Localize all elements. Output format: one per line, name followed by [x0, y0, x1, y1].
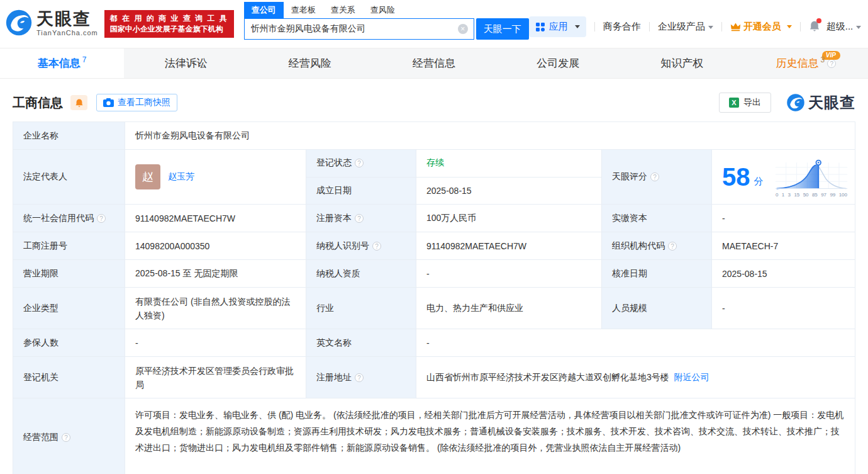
address-text: 山西省忻州市原平经济技术开发区跨越大道双创孵化基地3号楼 — [426, 372, 669, 383]
tab-label: 公司发展 — [537, 56, 579, 71]
section-header: 工商信息 查看工商快照 X 导出 天眼查 — [13, 79, 855, 121]
label-text: 企业名称 — [23, 130, 58, 142]
export-label: 导出 — [743, 97, 761, 108]
industry-value: 电力、热力生产和供应业 — [416, 288, 601, 329]
notification-bell-button[interactable] — [809, 20, 820, 34]
chevron-down-icon — [787, 25, 792, 28]
chart-axis-ticks: 0131550859799100 — [774, 192, 849, 198]
tab-label: 经营风险 — [289, 56, 331, 71]
help-icon[interactable]: ? — [355, 214, 364, 223]
reg-capital-value: 100万人民币 — [416, 205, 601, 232]
search-tab-relation[interactable]: 查关系 — [323, 2, 363, 18]
uscc-label: 统一社会信用代码? — [13, 205, 125, 232]
taxpayer-qual-value: - — [416, 260, 601, 287]
industry-label: 行业 — [306, 288, 416, 329]
label-text: 核准日期 — [612, 268, 647, 279]
help-icon[interactable]: ? — [372, 242, 381, 251]
help-icon[interactable]: ? — [355, 373, 364, 382]
section-tabbar: 基本信息7 法律诉讼 经营风险 经营信息 公司发展 知识产权 VIP 历史信息3… — [0, 48, 868, 79]
search-row: × 天眼一下 — [244, 18, 529, 40]
table-subrow: 成立日期 2025-08-15 — [306, 178, 601, 205]
search-button[interactable]: 天眼一下 — [476, 18, 529, 40]
org-code-value: MAETAECH-7 — [711, 232, 855, 259]
label-text: 实缴资本 — [612, 213, 647, 224]
excel-icon: X — [729, 98, 739, 108]
tab-intellectual-property[interactable]: 知识产权 — [620, 48, 744, 78]
label-text: 行业 — [316, 303, 334, 314]
apps-menu-button[interactable]: 应用 — [529, 16, 586, 37]
logo-text: 天眼查 TianYanCha.com — [36, 9, 98, 37]
help-icon[interactable]: ? — [827, 59, 836, 68]
tianyancha-logo[interactable]: 天眼查 TianYanCha.com — [5, 9, 98, 37]
table-row: 法定代表人 赵 赵玉芳 登记状态? 存续 成立日期 2025-08-15 — [13, 150, 855, 205]
username: 超级... — [826, 21, 854, 31]
clear-icon[interactable]: × — [458, 24, 468, 34]
label-text: 纳税人识别号 — [316, 240, 369, 252]
help-icon[interactable]: ? — [650, 172, 659, 181]
search-tab-company[interactable]: 查公司 — [244, 2, 284, 18]
label-text: 纳税人资质 — [316, 268, 360, 279]
company-name-value: 忻州市金朔风电设备有限公司 — [125, 122, 855, 149]
chevron-down-icon — [575, 25, 580, 28]
reg-capital-label: 注册资本? — [306, 205, 416, 232]
help-icon[interactable]: ? — [97, 214, 106, 223]
nav-business-cooperation[interactable]: 商务合作 — [603, 21, 641, 33]
legal-rep-link[interactable]: 赵玉芳 — [168, 171, 194, 183]
monitor-bell-button[interactable] — [70, 95, 87, 110]
label-text: 人员规模 — [612, 303, 647, 314]
view-snapshot-button[interactable]: 查看工商快照 — [96, 94, 177, 111]
snapshot-label: 查看工商快照 — [118, 97, 170, 108]
search-tabs: 查公司 查老板 查关系 查风险 — [244, 3, 529, 18]
est-date-label: 成立日期 — [306, 178, 416, 205]
table-row: 统一社会信用代码? 91140982MAETAECH7W 注册资本? 100万人… — [13, 205, 855, 232]
help-icon[interactable]: ? — [668, 242, 677, 251]
tab-history-info[interactable]: VIP 历史信息3 ? — [744, 48, 868, 78]
label-text: 工商注册号 — [23, 240, 67, 252]
reg-authority-label: 登记机关 — [13, 357, 125, 398]
avatar[interactable]: 赵 — [135, 164, 160, 189]
nearby-companies-link[interactable]: 附近公司 — [674, 372, 709, 383]
tab-operational-risk[interactable]: 经营风险 — [248, 48, 372, 78]
label-text: 登记机关 — [23, 372, 58, 383]
search-input[interactable] — [244, 18, 474, 40]
user-menu[interactable]: 超级... — [826, 21, 862, 33]
tab-label: 经营信息 — [413, 56, 455, 71]
score-number: 58 — [722, 163, 750, 191]
status-date-group: 登记状态? 存续 成立日期 2025-08-15 — [306, 150, 601, 204]
tab-basic-info[interactable]: 基本信息7 — [0, 48, 124, 78]
top-nav: 应用 商务合作 企业级产品 开通会员 超级... — [529, 16, 862, 37]
tab-label: 知识产权 — [660, 56, 703, 71]
search-area: 查公司 查老板 查关系 查风险 × 天眼一下 — [244, 3, 529, 40]
bell-icon — [75, 98, 84, 108]
camera-icon — [103, 98, 114, 107]
tab-legal-proceedings[interactable]: 法律诉讼 — [124, 48, 248, 78]
help-icon[interactable]: ? — [355, 159, 364, 167]
open-vip-button[interactable]: 开通会员 — [730, 21, 792, 33]
apps-label: 应用 — [549, 21, 568, 33]
tab-company-development[interactable]: 公司发展 — [496, 48, 620, 78]
label-text: 成立日期 — [316, 185, 352, 196]
main-content: 工商信息 查看工商快照 X 导出 天眼查 — [0, 79, 868, 474]
legal-rep-label: 法定代表人 — [13, 150, 125, 204]
tianyancha-logo-icon — [5, 9, 33, 37]
company-type-value: 有限责任公司 (非自然人投资或控股的法人独资) — [125, 288, 306, 329]
term-value: 2025-08-15 至 无固定期限 — [125, 260, 306, 287]
enterprise-products-label: 企业级产品 — [658, 21, 705, 31]
help-icon[interactable]: ? — [62, 433, 70, 442]
chevron-down-icon — [708, 26, 713, 29]
table-row: 参保人数 - 英文名称 - — [13, 329, 855, 357]
export-button[interactable]: X 导出 — [719, 93, 771, 113]
taxpayer-qual-label: 纳税人资质 — [306, 260, 416, 287]
nav-enterprise-products[interactable]: 企业级产品 — [658, 21, 713, 33]
vip-label: 开通会员 — [743, 21, 781, 33]
score-distribution-chart[interactable]: 0131550859799100 — [774, 157, 849, 198]
divider — [594, 22, 595, 31]
label-text: 登记状态 — [316, 157, 352, 169]
tab-count: 3 — [821, 55, 825, 64]
search-tab-risk[interactable]: 查风险 — [363, 2, 403, 18]
label-text: 注册资本 — [316, 213, 352, 224]
tab-business-info[interactable]: 经营信息 — [372, 48, 496, 78]
search-tab-boss[interactable]: 查老板 — [284, 2, 323, 18]
insured-label: 参保人数 — [13, 329, 125, 356]
org-code-label: 组织机构代码? — [601, 232, 711, 259]
